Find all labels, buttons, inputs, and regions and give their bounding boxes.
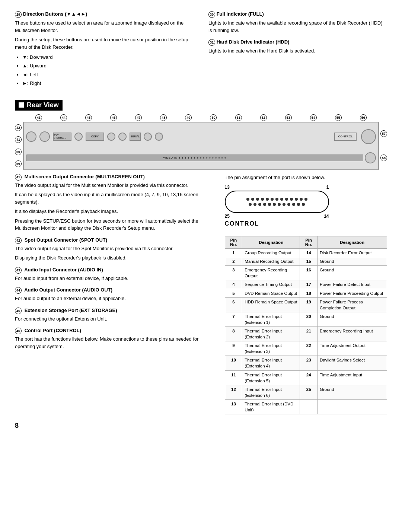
bottom-section: 41 Multiscreen Output Connector (MULTISC… xyxy=(15,174,387,415)
pin-16 xyxy=(258,203,261,206)
num-53: 53 xyxy=(285,114,292,121)
designation-right: Power Failure Detect Input xyxy=(318,280,387,289)
designation-left: DVD Remain Space Output xyxy=(242,289,300,297)
th-des-left: Designation xyxy=(242,236,300,249)
num-56: 56 xyxy=(360,114,367,121)
designation-right: Time Adjustment Input xyxy=(318,370,387,385)
num-47: 47 xyxy=(135,114,142,121)
bottom-left-descriptions: 41 Multiscreen Output Connector (MULTISC… xyxy=(15,174,214,415)
pin-14 xyxy=(249,203,252,206)
num-57: 57 xyxy=(380,130,387,137)
conn-ext: EXT STORAGE xyxy=(53,133,71,141)
designation-left: Sequence Timing Output xyxy=(242,280,300,289)
pin-num-right: 14 xyxy=(300,249,318,257)
item-44-title: 44 Audio Output Connector (AUDIO OUT) xyxy=(15,287,214,294)
pin-19 xyxy=(273,203,276,206)
connector-row-top: EXT STORAGE COPY SERIAL CONTROL xyxy=(26,128,376,146)
pin-num-left: 12 xyxy=(225,385,242,399)
pin-12 xyxy=(300,198,303,201)
connector-top-right-num: 1 xyxy=(326,185,329,190)
direction-para-1: These buttons are used to select an area… xyxy=(15,19,194,34)
item-44-block: 44 Audio Output Connector (AUDIO OUT) Fo… xyxy=(15,287,214,302)
pin-20 xyxy=(278,203,281,206)
item-46-block: 46 Control Port (CONTROL) The port has t… xyxy=(15,328,214,350)
pin-num-right: 23 xyxy=(300,356,318,370)
top-section: 29 Direction Buttons (▼▲◄►) These button… xyxy=(15,11,387,91)
table-row: 2 Manual Recording Output 15 Ground xyxy=(225,257,387,266)
full-indicator-block: 30 Full Indicator (FULL) Lights to indic… xyxy=(208,11,387,34)
pin-22 xyxy=(287,203,290,206)
table-row: 1 Group Recording Output 14 Disk Recorde… xyxy=(225,249,387,257)
hdd-indicator-text: Lights to indicate when the Hard Disk is… xyxy=(208,47,387,55)
connector-intro: The pin assignment of the port is shown … xyxy=(225,174,387,181)
pin-num-left: 10 xyxy=(225,356,242,370)
diagram-left-numbers: 42 41 60 59 xyxy=(15,122,22,170)
bullet-up: ▲: Upward xyxy=(22,61,194,70)
pin-num-left: 2 xyxy=(225,257,242,266)
pin-17 xyxy=(263,203,266,206)
pin-num-right: 18 xyxy=(300,289,318,297)
item-42-block: 42 Spot Output Connector (SPOT OUT) The … xyxy=(15,237,214,262)
conn-4 xyxy=(74,133,83,141)
designation-left: Thermal Error Input (Extension 3) xyxy=(242,341,300,356)
header-square xyxy=(19,102,24,108)
conn-bottom-right xyxy=(365,152,376,163)
table-row: 9 Thermal Error Input (Extension 3) 22 T… xyxy=(225,341,387,356)
pin-11 xyxy=(295,198,298,201)
num-44: 44 xyxy=(60,114,67,121)
num-60: 60 xyxy=(15,149,22,155)
pin-25 xyxy=(302,203,305,206)
num-59: 59 xyxy=(15,160,22,167)
designation-right: Disk Recorder Error Output xyxy=(318,249,387,257)
direction-buttons-title: 29 Direction Buttons (▼▲◄►) xyxy=(15,11,194,18)
hdd-indicator-block: 31 Hard Disk Drive Indicator (HDD) Light… xyxy=(208,39,387,55)
hdd-indicator-title: 31 Hard Disk Drive Indicator (HDD) xyxy=(208,39,387,46)
designation-left: Thermal Error Input (Extension 5) xyxy=(242,370,300,385)
item-42-title: 42 Spot Output Connector (SPOT OUT) xyxy=(15,237,214,244)
pin-8 xyxy=(280,198,283,201)
item-46-title: 46 Control Port (CONTROL) xyxy=(15,328,214,334)
diagram-right-numbers: 57 58 xyxy=(380,122,387,170)
bullet-left: ◄: Left xyxy=(22,70,194,79)
pin-1 xyxy=(246,198,249,201)
th-pin-right: Pin No. xyxy=(300,236,318,249)
pin-5 xyxy=(266,198,269,201)
pins-row-1 xyxy=(246,198,307,201)
connector-bottom-right-num: 14 xyxy=(324,214,329,219)
pin-4 xyxy=(261,198,264,201)
pin-table-body: 1 Group Recording Output 14 Disk Recorde… xyxy=(225,249,387,414)
connector-top-labels: 13 1 xyxy=(225,185,329,190)
designation-right: Ground xyxy=(318,385,387,399)
pin-num-right: 22 xyxy=(300,341,318,356)
connector-diagram-area: 13 1 xyxy=(225,185,387,231)
direction-bullets: ▼: Downward ▲: Upward ◄: Left ►: Right xyxy=(22,53,194,88)
connector-bottom-left-num: 25 xyxy=(225,214,230,219)
item-45-title: 45 Extension Storage Port (EXT STORAGE) xyxy=(15,308,214,314)
pin-num-left: 7 xyxy=(225,312,242,326)
rear-view-diagram-wrapper: 43 44 45 46 47 48 49 50 51 52 53 54 55 5… xyxy=(15,114,387,170)
pin-num-left: 5 xyxy=(225,289,242,297)
designation-right: Ground xyxy=(318,266,387,280)
bottom-right-connector: The pin assignment of the port is shown … xyxy=(225,174,387,415)
pin-num-left: 11 xyxy=(225,370,242,385)
rear-view-header: Rear View xyxy=(15,100,63,111)
pin-7 xyxy=(275,198,278,201)
rear-device-body: EXT STORAGE COPY SERIAL CONTROL VIDEO IN… xyxy=(23,122,379,170)
pin-num-right: 25 xyxy=(300,385,318,399)
conn-7 xyxy=(144,133,152,141)
designation-left: Manual Recording Output xyxy=(242,257,300,266)
table-row: 5 DVD Remain Space Output 18 Power Failu… xyxy=(225,289,387,297)
pin-num-right: 19 xyxy=(300,297,318,312)
th-pin-left: Pin No. xyxy=(225,236,242,249)
item-number-31: 31 xyxy=(208,39,215,46)
full-indicator-title: 30 Full Indicator (FULL) xyxy=(208,11,387,18)
num-50: 50 xyxy=(210,114,217,121)
pin-num-left: 6 xyxy=(225,297,242,312)
rear-view-label: Rear View xyxy=(27,101,59,109)
connector-row-bottom: VIDEO IN ● ● ● ● ● ● ● ● ● ● ● ● ● ● ● ● xyxy=(26,152,376,164)
table-row: 3 Emergency Recording Output 16 Ground xyxy=(225,266,387,280)
pin-24 xyxy=(297,203,300,206)
bullet-right: ►: Right xyxy=(22,79,194,87)
indicator-section: 30 Full Indicator (FULL) Lights to indic… xyxy=(208,11,387,91)
num-46: 46 xyxy=(110,114,117,121)
